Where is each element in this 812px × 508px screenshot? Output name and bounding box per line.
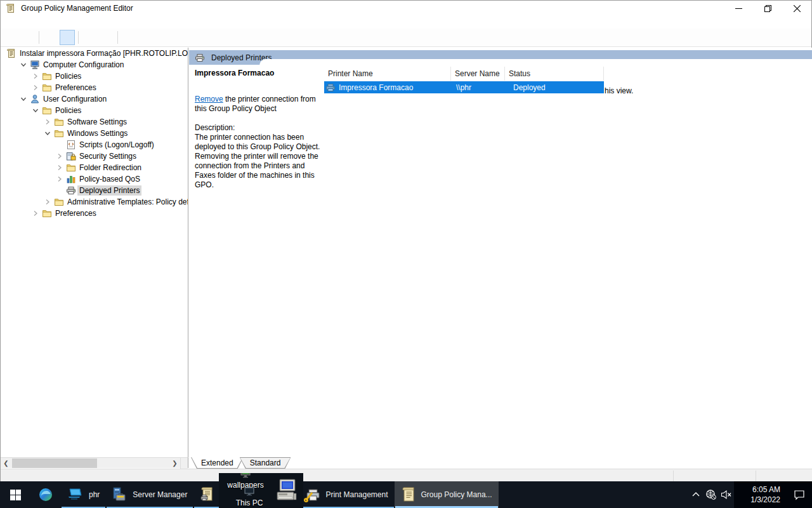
column-header-status[interactable]: Status xyxy=(505,67,604,81)
printer-icon xyxy=(65,185,76,196)
action-center-icon xyxy=(794,489,805,500)
console-tree-pane: Instalar impressora Formação [PHR.ROTOLI… xyxy=(1,48,188,457)
taskbar-app-button[interactable]: Print Management xyxy=(298,481,394,508)
tree-item[interactable]: Policies xyxy=(1,70,188,82)
toolbar-button[interactable] xyxy=(43,30,58,45)
toolbar-button[interactable] xyxy=(122,30,137,45)
tree-chevron-icon[interactable] xyxy=(30,208,41,218)
tree-chevron-icon[interactable] xyxy=(42,117,53,127)
tree-item[interactable]: Folder Redirection xyxy=(1,162,188,173)
folder-icon xyxy=(41,83,52,93)
scroll-right-arrow-icon[interactable]: ❯ xyxy=(169,458,180,469)
tree-item[interactable]: User Configuration xyxy=(1,93,188,105)
server-manager-icon xyxy=(112,487,128,502)
screen: Group Policy Management Editor Instalar … xyxy=(0,0,812,508)
tree-item[interactable]: Security Settings xyxy=(1,150,188,162)
tree-chevron-icon[interactable] xyxy=(18,94,29,104)
remove-link[interactable]: Remove xyxy=(195,95,223,104)
taskbar-app-button[interactable]: phr xyxy=(61,481,106,508)
tree-chevron-icon[interactable] xyxy=(18,60,29,70)
tree-item-label: Security Settings xyxy=(77,151,138,161)
folder-icon xyxy=(53,128,64,138)
gpo-scroll-icon xyxy=(6,48,16,58)
printer-icon xyxy=(194,53,205,63)
classic-computer-icon[interactable] xyxy=(275,478,299,504)
qos-chart-icon xyxy=(65,174,76,184)
column-header-printer-name[interactable]: Printer Name xyxy=(324,67,451,81)
tree-chevron-icon[interactable] xyxy=(42,128,53,138)
taskbar-app-button[interactable]: Group Policy Mana... xyxy=(395,481,499,508)
selected-printer-title: Impressora Formacao xyxy=(195,69,323,77)
action-center-button[interactable] xyxy=(787,481,812,508)
minimize-button[interactable] xyxy=(724,1,753,16)
close-button[interactable] xyxy=(782,1,811,16)
network-offline-icon xyxy=(705,489,717,500)
tree-item[interactable]: Policy-based QoS xyxy=(1,173,188,185)
tree-chevron-icon[interactable] xyxy=(54,185,65,196)
tree-item[interactable]: Administrative Templates: Policy definit… xyxy=(1,196,188,208)
toolbar-separator xyxy=(39,31,40,44)
tree-chevron-icon[interactable] xyxy=(30,71,41,81)
menu-item[interactable] xyxy=(1,21,13,23)
tree-chevron-icon[interactable] xyxy=(54,140,65,150)
folder-icon xyxy=(41,71,52,81)
tree-item-label: Software Settings xyxy=(65,117,129,127)
toolbar-button[interactable] xyxy=(138,30,154,45)
tree-chevron-icon[interactable] xyxy=(42,197,53,207)
taskbar-app-button[interactable]: Server Manager xyxy=(106,481,193,508)
volume-tray-button[interactable] xyxy=(719,481,734,508)
taskbar-button-label: Print Management xyxy=(325,490,388,499)
tree-item[interactable]: Windows Settings xyxy=(1,128,188,139)
start-button[interactable] xyxy=(0,481,30,508)
toolbar-button[interactable] xyxy=(4,30,19,45)
tree-chevron-icon[interactable] xyxy=(54,151,65,161)
tree-chevron-icon[interactable] xyxy=(30,83,41,93)
tree-chevron-icon[interactable] xyxy=(30,105,41,116)
restore-button[interactable] xyxy=(753,1,782,16)
tree-item[interactable]: Software Settings xyxy=(1,116,188,128)
desktop-peek-region: wallpapers This PC xyxy=(219,473,303,508)
row-status: Deployed xyxy=(505,83,546,92)
scrollbar-thumb[interactable] xyxy=(12,458,97,468)
edge-taskbar-button[interactable] xyxy=(30,481,61,508)
printer-list-row[interactable]: Impressora Formacao \\phr Deployed xyxy=(324,81,604,93)
tree-horizontal-scrollbar[interactable]: ❮ ❯ xyxy=(1,457,188,468)
toolbar-button[interactable] xyxy=(20,30,36,45)
window-title: Group Policy Management Editor xyxy=(21,4,133,13)
toolbar-button[interactable] xyxy=(60,30,75,45)
tree-item-label: Instalar impressora Formação [PHR.ROTOLI… xyxy=(18,48,188,58)
tree-item[interactable]: Computer Configuration xyxy=(1,59,188,70)
windows-start-icon xyxy=(10,490,21,500)
scrollbar-corner xyxy=(180,458,188,469)
tree-chevron-icon[interactable] xyxy=(54,163,65,173)
tree-item[interactable]: Instalar impressora Formação [PHR.ROTOLI… xyxy=(1,48,188,59)
view-tab[interactable]: Standard xyxy=(240,457,291,469)
tree-item[interactable]: Preferences xyxy=(1,82,188,93)
menu-item[interactable] xyxy=(13,21,26,23)
tree-item[interactable]: Deployed Printers xyxy=(1,185,188,196)
list-column-headers: Printer Name Server Name Status xyxy=(324,67,604,81)
scroll-left-arrow-icon[interactable]: ❮ xyxy=(1,458,11,469)
tree-item[interactable]: Policies xyxy=(1,105,188,116)
scripts-icon xyxy=(65,140,76,150)
toolbar-button[interactable] xyxy=(82,30,98,45)
tree-item-label: Windows Settings xyxy=(65,128,129,138)
chevron-up-icon xyxy=(691,490,700,499)
tree-item-label: Policies xyxy=(53,105,83,116)
desktop-icon-this-pc[interactable]: This PC xyxy=(230,487,268,507)
minimize-icon xyxy=(735,5,742,12)
statusbar-separator xyxy=(756,471,756,481)
folder-icon xyxy=(65,163,76,173)
view-tab[interactable]: Extended xyxy=(191,457,244,469)
menubar xyxy=(1,16,811,29)
tree-item[interactable]: Scripts (Logon/Logoff) xyxy=(1,139,188,150)
menu-item[interactable] xyxy=(26,21,39,23)
menu-item[interactable] xyxy=(39,21,51,23)
tree-chevron-icon[interactable] xyxy=(54,174,65,184)
clock-button[interactable]: 6:05 AM 1/3/2022 xyxy=(740,481,787,508)
column-header-server-name[interactable]: Server Name xyxy=(451,67,505,81)
network-tray-button[interactable] xyxy=(704,481,719,508)
tray-chevron-up-button[interactable] xyxy=(688,481,704,508)
tree-item[interactable]: Preferences xyxy=(1,208,188,219)
toolbar-button[interactable] xyxy=(99,30,114,45)
